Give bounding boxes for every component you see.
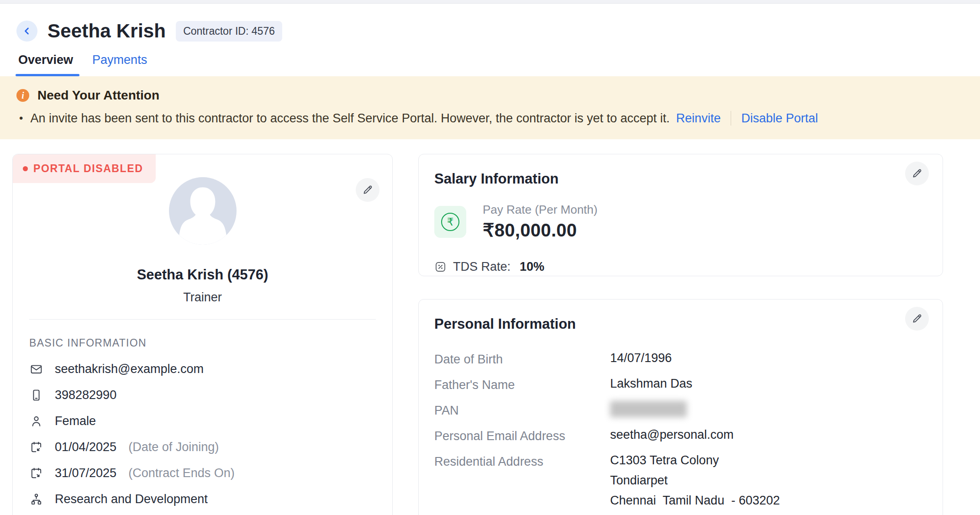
date-of-birth-row: Date of Birth 14/07/1996 [434, 351, 922, 376]
personal-information-list: Date of Birth 14/07/1996 Father's Name L… [434, 351, 922, 510]
calendar-join-icon [29, 441, 43, 454]
link-divider [731, 111, 731, 126]
pencil-icon [911, 313, 923, 325]
right-column: Salary Information ₹ Pay Rate (Per Month… [418, 154, 943, 515]
avatar [169, 177, 237, 245]
status-dot-icon [23, 166, 28, 171]
person-silhouette-icon [169, 177, 237, 245]
back-button[interactable] [16, 21, 37, 42]
email-row: seethakrish@example.com [29, 361, 392, 377]
tab-overview[interactable]: Overview [18, 53, 73, 76]
page-title: Seetha Krish [47, 20, 166, 42]
tab-bar: Overview Payments [0, 53, 980, 76]
contract-end-row: 31/07/2025 (Contract Ends On) [29, 465, 392, 481]
edit-profile-button[interactable] [356, 178, 379, 202]
person-name: Seetha Krish (4576) [13, 267, 392, 283]
gender-row: Female [29, 413, 392, 429]
pencil-icon [911, 168, 923, 179]
pay-rate-label: Pay Rate (Per Month) [483, 203, 597, 217]
department-icon [29, 493, 43, 506]
fathers-name-row: Father's Name Lakshman Das [434, 376, 922, 402]
svg-text:₹: ₹ [447, 216, 454, 228]
percent-icon [434, 261, 447, 273]
basic-information-heading: BASIC INFORMATION [29, 337, 392, 349]
mobile-icon [29, 389, 43, 402]
pay-rate-value: ₹80,000.00 [483, 220, 597, 241]
chevron-left-icon [21, 26, 32, 37]
phone-row: 398282990 [29, 387, 392, 403]
date-of-joining-note: (Date of Joining) [128, 440, 219, 454]
pan-redacted-value [610, 401, 687, 417]
personal-email-row: Personal Email Address seetha@personal.c… [434, 427, 922, 453]
rupee-icon: ₹ [434, 206, 466, 238]
portal-status-badge: PORTAL DISABLED [13, 154, 156, 183]
personal-card-title: Personal Information [434, 316, 922, 332]
edit-salary-button[interactable] [905, 162, 929, 185]
pan-row: PAN [434, 402, 922, 427]
banner-title: Need Your Attention [37, 88, 159, 103]
contract-end-note: (Contract Ends On) [128, 466, 235, 480]
person-designation: Trainer [13, 290, 392, 305]
contractor-id-badge: Contractor ID: 4576 [176, 21, 282, 42]
bullet-marker: • [19, 112, 23, 125]
tab-payments[interactable]: Payments [92, 53, 147, 76]
salary-information-card: Salary Information ₹ Pay Rate (Per Month… [418, 154, 943, 276]
banner-message: An invite has been sent to this contract… [30, 111, 669, 126]
divider [29, 319, 376, 320]
tds-rate-label: TDS Rate: [453, 260, 511, 274]
main-content: PORTAL DISABLED Seetha Krish (4576) Trai… [0, 154, 980, 515]
personal-information-card: Personal Information Date of Birth 14/07… [418, 299, 943, 515]
salary-card-title: Salary Information [434, 171, 922, 187]
attention-banner: i Need Your Attention • An invite has be… [0, 76, 980, 139]
department-row: Research and Development [29, 491, 392, 507]
residential-address-row: Residential Address C1303 Tetra Colony T… [434, 453, 922, 510]
tds-rate-row: TDS Rate: 10% [434, 260, 922, 274]
pencil-icon [362, 184, 374, 196]
disable-portal-link[interactable]: Disable Portal [741, 111, 818, 126]
person-icon [29, 415, 43, 428]
contractor-profile-card: PORTAL DISABLED Seetha Krish (4576) Trai… [12, 154, 393, 515]
reinvite-link[interactable]: Reinvite [676, 111, 721, 126]
mail-icon [29, 363, 43, 376]
pay-rate-row: ₹ Pay Rate (Per Month) ₹80,000.00 [434, 203, 922, 241]
calendar-end-icon [29, 467, 43, 480]
edit-personal-button[interactable] [905, 307, 929, 331]
basic-information-list: seethakrish@example.com 398282990 Female… [29, 361, 392, 507]
tds-rate-value: 10% [520, 260, 544, 274]
window-top-strip [0, 0, 980, 4]
date-of-joining-row: 01/04/2025 (Date of Joining) [29, 439, 392, 455]
page-header: Seetha Krish Contractor ID: 4576 [0, 4, 980, 45]
info-icon: i [16, 89, 29, 102]
